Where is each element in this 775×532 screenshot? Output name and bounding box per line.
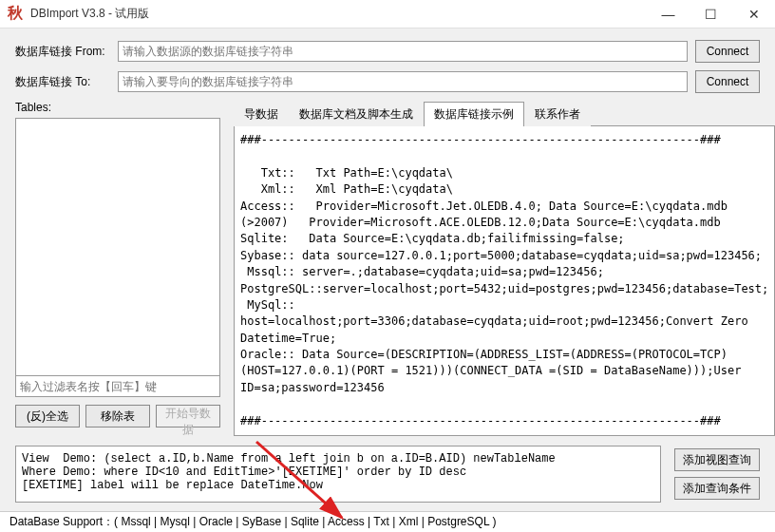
connect-to-button[interactable]: Connect [695,70,760,93]
add-view-query-button[interactable]: 添加视图查询 [674,448,760,471]
tables-label: Tables: [15,101,220,114]
conn-to-input[interactable] [118,71,688,92]
tab-contact[interactable]: 联系作者 [524,102,591,126]
close-button[interactable]: ✕ [732,0,775,28]
connect-from-button[interactable]: Connect [695,40,760,63]
maximize-button[interactable]: ☐ [690,0,732,28]
select-all-button[interactable]: (反)全选 [15,405,80,428]
window-controls: — ☐ ✕ [647,0,775,28]
tab-conn-examples[interactable]: 数据库链接示例 [424,102,524,126]
conn-from-input[interactable] [118,41,688,62]
demo-textarea[interactable]: View Demo: (select a.ID,b.Name from a le… [15,446,661,503]
add-query-condition-button[interactable]: 添加查询条件 [674,477,760,500]
conn-to-label: 数据库链接 To: [15,74,110,90]
status-text: DataBase Support：( Mssql | Mysql | Oracl… [9,514,496,530]
window-title: DBImport V3.8 - 试用版 [30,6,647,22]
conn-from-label: 数据库链接 From: [15,44,110,60]
tabs: 导数据 数据库文档及脚本生成 数据库链接示例 联系作者 [234,101,775,126]
minimize-button[interactable]: — [647,0,690,28]
statusbar: DataBase Support：( Mssql | Mysql | Oracl… [0,511,775,532]
conn-example-text[interactable]: ###-------------------------------------… [234,126,775,436]
tables-filter-input[interactable] [15,376,220,397]
tables-listbox[interactable] [15,118,220,376]
tab-import-data[interactable]: 导数据 [234,102,289,126]
remove-table-button[interactable]: 移除表 [85,405,150,428]
start-import-button: 开始导数据 [156,405,220,428]
app-icon: 秋 [6,5,25,24]
tab-db-docs[interactable]: 数据库文档及脚本生成 [289,102,424,126]
titlebar: 秋 DBImport V3.8 - 试用版 — ☐ ✕ [0,0,775,28]
